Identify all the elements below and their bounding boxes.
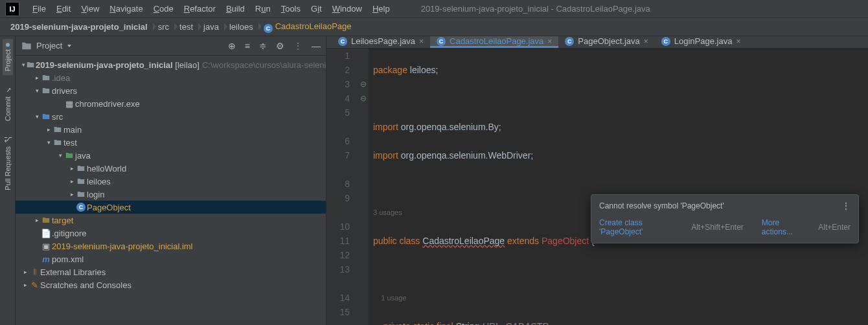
tree-item-chromedriver[interactable]: ▸▦chromedriver.exe [16, 97, 326, 110]
tooltip-create-class-link[interactable]: Create class 'PageObject' [599, 218, 682, 236]
tree-item-java[interactable]: ▾java [16, 149, 326, 162]
project-panel: Project ⊕ ≡ ≑ ⚙ ⋮ — ▾2019-selenium-java-… [16, 36, 326, 325]
code-content[interactable]: package leiloes; import org.openqa.selen… [369, 49, 868, 325]
menu-bar: IJ File Edit View Navigate Code Refactor… [0, 0, 868, 18]
tree-item-test[interactable]: ▾test [16, 136, 326, 149]
project-icon [6, 43, 10, 47]
project-panel-title[interactable]: Project [36, 41, 62, 50]
tree-item-main[interactable]: ▸main [16, 123, 326, 136]
project-panel-header: Project ⊕ ≡ ≑ ⚙ ⋮ — [16, 36, 326, 56]
tree-item-pom[interactable]: ▸mpom.xml [16, 252, 326, 265]
menu-git[interactable]: Git [306, 1, 327, 16]
expand-all-icon[interactable]: ≡ [245, 41, 250, 51]
tree-item-drivers[interactable]: ▾drivers [16, 84, 326, 97]
sidebar-tab-pull-requests[interactable]: Pull Requests⎇ [2, 131, 13, 194]
window-title: 2019-selenium-java-projeto_inicial - Cad… [421, 4, 650, 14]
file-icon: 📄 [40, 229, 52, 238]
breadcrumb-root[interactable]: 2019-selenium-java-projeto_inicial [6, 21, 154, 33]
tooltip-message: Cannot resolve symbol 'PageObject' [599, 201, 724, 210]
code-area[interactable]: 123456789101112131415 ⊖⊖ package leiloes… [326, 49, 868, 325]
pull-icon: ⎇ [3, 135, 12, 144]
divider: ⋮ [293, 41, 303, 51]
collapse-all-icon[interactable]: ≑ [259, 41, 267, 51]
close-tab-icon[interactable]: × [736, 37, 740, 46]
close-tab-icon[interactable]: × [547, 37, 552, 46]
select-opened-icon[interactable]: ⊕ [228, 41, 236, 51]
breadcrumb-item[interactable]: test [176, 21, 200, 33]
class-icon: C [264, 24, 273, 33]
intellij-logo-icon: IJ [5, 2, 19, 16]
fold-gutter[interactable]: ⊖⊖ [360, 49, 369, 325]
menu-refactor[interactable]: Refactor [179, 1, 221, 16]
menu-file[interactable]: File [27, 1, 51, 16]
class-icon: C [661, 37, 670, 46]
editor-tab[interactable]: CCadastroLeilaoPage.java× [430, 36, 558, 48]
class-icon: C [437, 37, 446, 46]
tree-item-gitignore[interactable]: ▸📄.gitignore [16, 227, 326, 240]
close-tab-icon[interactable]: × [644, 37, 648, 46]
chevron-down-icon[interactable] [67, 45, 71, 47]
editor: CLeiloesPage.java× CCadastroLeilaoPage.j… [326, 36, 868, 325]
tree-item-target[interactable]: ▸target [16, 214, 326, 227]
editor-tab[interactable]: CLeiloesPage.java× [332, 36, 430, 48]
menu-code[interactable]: Code [148, 1, 179, 16]
sidebar-tab-commit[interactable]: Commit✓ [2, 82, 13, 125]
menu-tools[interactable]: Tools [276, 1, 306, 16]
class-icon: C [338, 37, 347, 46]
tree-item-login[interactable]: ▸login [16, 188, 326, 201]
error-tooltip: Cannot resolve symbol 'PageObject' ⋮ Cre… [591, 194, 859, 243]
hide-panel-icon[interactable]: — [312, 41, 321, 51]
breadcrumb-current[interactable]: CCadastroLeilaoPage [260, 20, 358, 34]
tree-item-pageobject[interactable]: ▸CPageObject [16, 201, 326, 214]
breadcrumb: 2019-selenium-java-projeto_inicial src t… [0, 18, 868, 36]
tooltip-more-actions-link[interactable]: More actions... [762, 218, 809, 236]
menu-navigate[interactable]: Navigate [104, 1, 148, 16]
menu-build[interactable]: Build [221, 1, 250, 16]
more-options-icon[interactable]: ⋮ [842, 201, 851, 210]
breadcrumb-item[interactable]: src [154, 21, 176, 33]
maven-icon: m [40, 254, 52, 264]
commit-icon: ✓ [3, 85, 12, 94]
tree-root[interactable]: ▾2019-selenium-java-projeto_inicial [lei… [16, 58, 326, 71]
class-icon: C [76, 203, 86, 212]
editor-tab[interactable]: CPageObject.java× [558, 36, 654, 48]
project-tree[interactable]: ▾2019-selenium-java-projeto_inicial [lei… [16, 56, 326, 325]
tree-item-src[interactable]: ▾src [16, 110, 326, 123]
tree-scratches[interactable]: ▸✎Scratches and Consoles [16, 278, 326, 291]
tree-external-libraries[interactable]: ▸⦀External Libraries [16, 265, 326, 278]
project-view-icon [21, 40, 32, 52]
tree-item-idea[interactable]: ▸.idea [16, 71, 326, 84]
editor-tabs: CLeiloesPage.java× CCadastroLeilaoPage.j… [326, 36, 868, 49]
shortcut-label: Alt+Shift+Enter [691, 223, 744, 232]
line-number-gutter[interactable]: 123456789101112131415 [326, 49, 360, 325]
menu-window[interactable]: Window [327, 1, 367, 16]
editor-tab[interactable]: CLoginPage.java× [655, 36, 748, 48]
class-icon: C [565, 37, 574, 46]
tool-window-stripe: Project Commit✓ Pull Requests⎇ [0, 36, 16, 325]
menu-edit[interactable]: Edit [51, 1, 76, 16]
iml-file-icon: ▣ [40, 241, 52, 251]
tree-item-helloworld[interactable]: ▸helloWorld [16, 162, 326, 175]
close-tab-icon[interactable]: × [419, 37, 424, 46]
tree-item-leiloes[interactable]: ▸leiloes [16, 175, 326, 188]
library-icon: ⦀ [29, 267, 40, 277]
breadcrumb-item[interactable]: java [200, 21, 225, 33]
exe-file-icon: ▦ [63, 99, 75, 109]
sidebar-tab-project[interactable]: Project [3, 39, 13, 75]
menu-view[interactable]: View [76, 1, 104, 16]
settings-gear-icon[interactable]: ⚙ [276, 41, 284, 51]
tree-item-iml[interactable]: ▸▣2019-selenium-java-projeto_inicial.iml [16, 240, 326, 252]
menu-help[interactable]: Help [367, 1, 395, 16]
menu-run[interactable]: Run [250, 1, 276, 16]
shortcut-label: Alt+Enter [818, 223, 851, 232]
scratches-icon: ✎ [29, 280, 40, 290]
breadcrumb-item[interactable]: leiloes [225, 21, 260, 33]
